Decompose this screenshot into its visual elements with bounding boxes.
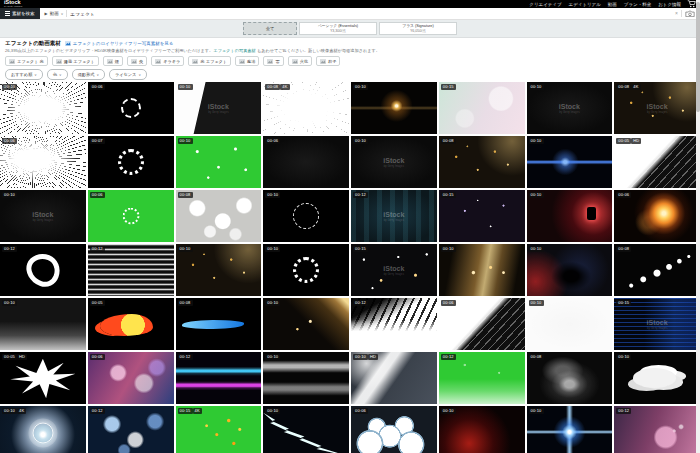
search-by-image-icon[interactable] [685,10,695,18]
pricing-signature-button[interactable]: プラス (Signature) ¥6,050/点 [379,22,457,35]
media-type-select[interactable]: ▶ 動画 ∨ [45,11,64,16]
video-thumbnail[interactable]: 00:10 [439,406,525,453]
filter-pill-色[interactable]: 色∨ [47,69,68,80]
video-thumbnail[interactable]: 00:05HD [0,352,86,404]
filter-pill-撮影形式[interactable]: 撮影形式∨ [72,69,105,80]
filter-pill-label: おすすめ順 [11,72,32,77]
scrollbar[interactable] [696,0,700,453]
video-thumbnail[interactable]: 00:12 [439,352,525,404]
video-thumbnail[interactable]: 00:10 [351,82,437,134]
video-thumbnail[interactable]: 00:10iStockby Getty Images [351,136,437,188]
video-thumbnail[interactable]: 00:12 [176,352,262,404]
duration-badge: 00:06 [441,300,456,306]
topnav-item[interactable]: エディトリアル [569,2,601,7]
video-thumbnail[interactable]: 00:05HD [614,136,700,188]
topnav-item[interactable]: クリエイティブ [529,2,561,7]
video-thumbnail[interactable]: 00:10 [263,244,349,296]
related-search-chip[interactable]: 火花 [288,56,312,66]
video-thumbnail[interactable]: 00:06 [351,406,437,453]
video-thumbnail[interactable]: 00:12 [614,406,700,453]
video-thumbnail[interactable]: 00:08 [176,190,262,242]
related-media-link[interactable]: エフェクトのロイヤリティフリー写真素材を見る [65,41,174,46]
related-search-chip[interactable]: 爆発 エフェクト [52,56,99,66]
browse-button[interactable]: 素材を検索 [0,8,40,19]
pricing-all-button[interactable]: 全て [243,22,297,35]
topnav-item[interactable]: 動画 [608,2,617,7]
video-thumbnail[interactable]: 00:15iStockby Getty Images [614,298,700,350]
video-thumbnail[interactable]: 00:06 [614,190,700,242]
filter-pill-おすすめ順[interactable]: おすすめ順∨ [5,69,43,80]
video-thumbnail[interactable]: 00:084KiStockby Getty Images [614,82,700,134]
video-thumbnail[interactable]: 00:12iStockby Getty Images [351,190,437,242]
video-thumbnail[interactable]: 00:104K [0,406,86,453]
video-thumbnail[interactable]: 00:10 [527,406,613,453]
video-thumbnail[interactable]: 00:06 [88,190,174,242]
related-search-chip[interactable]: 炎 [127,56,147,66]
search-input[interactable] [70,11,672,16]
related-search-chip[interactable]: 雷 [263,56,283,66]
pricing-essentials-button[interactable]: ベーシック (Essentials) ¥3,300/点 [299,22,377,35]
video-thumbnail[interactable]: 00:08 [439,136,525,188]
description-link[interactable]: エフェクトの写真素材 [213,48,255,53]
chevron-down-icon: ∨ [34,73,37,77]
video-thumbnail[interactable]: 00:10iStockby Getty Images [176,82,262,134]
related-search-chip[interactable]: 煙 [103,56,123,66]
video-thumbnail[interactable]: 00:05 [88,298,174,350]
video-thumbnail[interactable]: 00:154K [176,406,262,453]
video-thumbnail[interactable]: 00:10 [614,352,700,404]
scrollbar-thumb[interactable] [696,2,700,112]
image-icon [239,59,245,64]
video-thumbnail[interactable]: 00:10 [527,298,613,350]
filter-pill-ライセンス[interactable]: ライセンス∨ [109,69,147,80]
video-thumbnail[interactable]: 00:15 [439,82,525,134]
video-thumbnail[interactable]: 00:10 [263,298,349,350]
related-search-chip[interactable]: 光 エフェクト [188,56,231,66]
video-thumbnail[interactable]: 00:08 [614,244,700,296]
topnav-item[interactable]: プラン・料金 [624,2,651,7]
video-thumbnail[interactable]: 00:15iStockby Getty Images [351,244,437,296]
video-thumbnail[interactable]: 00:08 [527,352,613,404]
video-thumbnail[interactable]: 00:12 [88,406,174,453]
duration-badge: 00:12 [353,192,368,198]
related-search-chip[interactable]: エフェクト 光 [5,56,48,66]
duration-badge: 00:10 [529,84,544,90]
video-thumbnail[interactable]: 00:06 [0,136,86,188]
video-thumbnail[interactable]: 00:10 [527,190,613,242]
video-thumbnail[interactable]: 00:10 [263,406,349,453]
duration-badge: 00:08 [178,300,193,306]
related-search-chip[interactable]: 魔法 [235,56,259,66]
related-search-chip[interactable]: キラキラ [151,56,184,66]
duration-badge: 00:10 [529,246,544,252]
istock-logo[interactable]: iStock by Getty Images [4,0,22,8]
cart-icon[interactable] [687,0,696,8]
video-thumbnail[interactable]: 00:15 [439,190,525,242]
video-thumbnail[interactable]: 00:10 [439,244,525,296]
video-thumbnail[interactable]: 00:06 [263,136,349,188]
clear-search-icon[interactable]: × [675,11,678,16]
video-thumbnail[interactable]: 00:06 [439,298,525,350]
topnav-item[interactable]: おトク情報 [658,2,681,7]
video-thumbnail[interactable]: 00:12 [88,244,174,296]
video-thumbnail[interactable]: 00:10 [263,352,349,404]
video-thumbnail[interactable]: 00:10 [176,136,262,188]
video-thumbnail[interactable]: 00:10HD [351,352,437,404]
video-thumbnail[interactable]: 00:10 [0,298,86,350]
duration-badge: 00:06 [90,354,105,360]
video-thumbnail[interactable]: 00:08 [176,298,262,350]
video-thumbnail[interactable]: 00:10 [263,190,349,242]
video-thumbnail[interactable]: 00:06 [88,352,174,404]
video-thumbnail[interactable]: 00:06 [88,82,174,134]
video-thumbnail[interactable]: 00:12 [0,244,86,296]
image-icon [131,59,137,64]
duration-badge: 00:10 [441,246,456,252]
video-thumbnail[interactable]: 00:10iStockby Getty Images [0,190,86,242]
related-search-chip[interactable]: 粒子 [316,56,340,66]
video-thumbnail[interactable]: 00:07 [88,136,174,188]
video-thumbnail[interactable]: 00:10 [527,136,613,188]
video-thumbnail[interactable]: 00:10 [0,82,86,134]
video-thumbnail[interactable]: 00:12 [351,298,437,350]
video-thumbnail[interactable]: 00:084K [263,82,349,134]
video-thumbnail[interactable]: 00:10iStockby Getty Images [527,82,613,134]
video-thumbnail[interactable]: 00:10 [527,244,613,296]
video-thumbnail[interactable]: 00:10 [176,244,262,296]
